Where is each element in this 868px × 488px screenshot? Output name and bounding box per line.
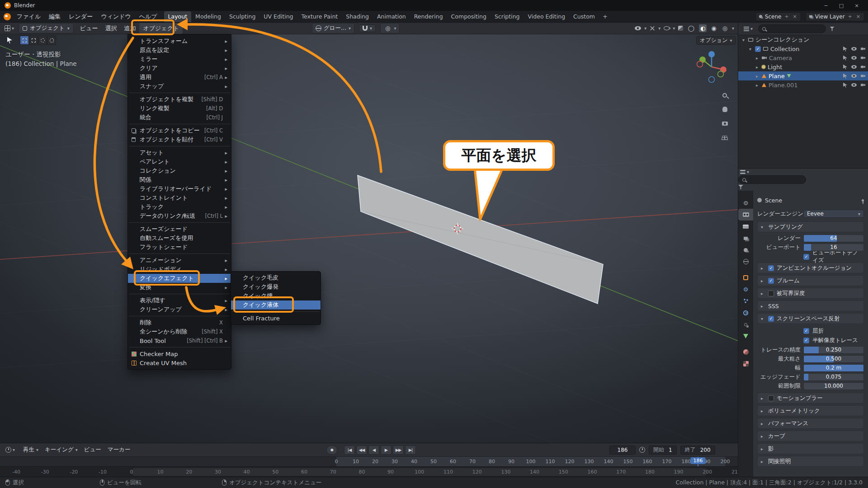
tab-material[interactable] xyxy=(738,346,753,358)
delete-scene-button[interactable]: × xyxy=(792,14,798,19)
axis-z-handle[interactable] xyxy=(708,51,715,57)
eye-icon[interactable] xyxy=(851,65,857,69)
3d-viewport[interactable]: ユーザー・透視投影 (186) Collection | Plane オプション… xyxy=(0,34,738,443)
outliner-search[interactable] xyxy=(758,24,826,33)
close-button[interactable]: × xyxy=(850,1,863,9)
properties-search[interactable] xyxy=(738,175,806,184)
new-scene-button[interactable]: + xyxy=(783,14,789,19)
plane-object[interactable] xyxy=(358,175,603,304)
object-menu-item-9[interactable]: 統合[Ctrl] J xyxy=(128,113,231,122)
timeline-ruler[interactable]: 0102030405060708090100110120130140150160… xyxy=(0,456,738,466)
viewport-menu-select[interactable]: 選択 xyxy=(101,23,120,34)
scene-selector[interactable]: Scene + × xyxy=(755,12,801,21)
outliner-search-input[interactable] xyxy=(768,26,822,32)
jump-end-button[interactable]: ▶| xyxy=(405,446,416,455)
workspace-tab-compositing[interactable]: Compositing xyxy=(447,11,491,22)
tab-scene[interactable] xyxy=(738,244,753,256)
menu-render[interactable]: レンダー xyxy=(65,11,97,22)
select-mode-box[interactable] xyxy=(29,36,38,45)
panel-bloom[interactable]: ▸✓ブルーム xyxy=(757,275,864,286)
quick-effects-item-3[interactable]: クイック液体 xyxy=(231,300,321,310)
camera-visibility-icon[interactable] xyxy=(861,84,865,87)
tab-object-data[interactable] xyxy=(738,330,753,342)
collection-checkbox[interactable]: ✓ xyxy=(755,46,761,52)
eye-icon[interactable] xyxy=(851,56,857,60)
ortho-toggle-button[interactable] xyxy=(721,133,729,141)
object-menu-item-27[interactable]: アニメーション▸ xyxy=(128,256,231,265)
outliner-row-camera[interactable]: ▸Camera xyxy=(738,53,868,62)
quick-effects-item-1[interactable]: クイック爆発 xyxy=(231,282,321,291)
axis-y-neg-handle[interactable] xyxy=(718,71,724,77)
menu-window[interactable]: ウィンドウ xyxy=(97,11,135,22)
blender-menu-icon[interactable] xyxy=(4,13,11,20)
panel-shadows[interactable]: ▸影 xyxy=(757,443,864,454)
object-menu-item-2[interactable]: ミラー▸ xyxy=(128,55,231,64)
object-menu-item-4[interactable]: 適用[Ctrl] A▸ xyxy=(128,73,231,82)
shading-wireframe-icon[interactable]: ◯ xyxy=(686,24,696,32)
tab-render[interactable] xyxy=(738,209,753,221)
play-reverse-button[interactable]: ◀ xyxy=(368,446,379,455)
workspace-tab-scripting[interactable]: Scripting xyxy=(491,11,524,22)
panel-depth-of-field[interactable]: ▸被写界深度 xyxy=(757,288,864,299)
select-mode-tweak[interactable] xyxy=(20,36,29,45)
remove-view-layer-button[interactable]: × xyxy=(855,14,861,19)
tab-view-layer[interactable] xyxy=(738,232,753,244)
object-menu-item-18[interactable]: ライブラリオーバーライド▸ xyxy=(128,184,231,193)
trace-precision-slider[interactable]: 0.250 xyxy=(803,346,864,354)
view-layer-selector[interactable]: View Layer + × xyxy=(806,12,864,21)
add-workspace-button[interactable]: + xyxy=(599,12,611,21)
object-menu-item-20[interactable]: トラック▸ xyxy=(128,202,231,211)
object-menu-item-1[interactable]: 原点を設定▸ xyxy=(128,46,231,55)
panel-sampling[interactable]: ▾ サンプリング xyxy=(757,221,864,232)
object-menu-item-24[interactable]: 自動スムーズを使用 xyxy=(128,234,231,243)
select-mode-circle[interactable] xyxy=(38,36,47,45)
camera-visibility-icon[interactable] xyxy=(861,56,865,60)
tab-particles[interactable] xyxy=(738,295,753,307)
object-menu-item-17[interactable]: 関係▸ xyxy=(128,175,231,184)
menu-file[interactable]: ファイル xyxy=(13,11,45,22)
selectable-icon[interactable] xyxy=(843,65,847,70)
half-res-checkbox[interactable]: ✓ xyxy=(803,338,809,343)
render-engine-select[interactable]: Eevee ▾ xyxy=(803,210,864,218)
selectable-icon[interactable] xyxy=(843,47,847,52)
collapse-icon[interactable]: ▾ xyxy=(741,38,746,42)
bloom-checkbox[interactable]: ✓ xyxy=(768,278,774,284)
minimize-button[interactable]: ─ xyxy=(819,1,833,9)
visibility-dropdown-icon[interactable] xyxy=(635,26,641,30)
object-menu-item-28[interactable]: リジッドボディ▸ xyxy=(128,265,231,274)
zoom-button[interactable] xyxy=(721,91,729,99)
panel-screen-space-reflections[interactable]: ▾ ✓ スクリーンスペース反射 xyxy=(757,313,864,324)
overlays-dropdown-icon[interactable] xyxy=(664,26,670,30)
tab-tool[interactable]: ⚙ xyxy=(738,197,753,209)
expand-icon[interactable]: ▸ xyxy=(755,65,760,70)
panel-volumetrics[interactable]: ▸ボリューメトリック xyxy=(757,405,864,416)
workspace-tab-modeling[interactable]: Modeling xyxy=(191,11,225,22)
selectable-icon[interactable] xyxy=(843,83,847,88)
object-menu-item-12[interactable]: オブジェクトを貼付[Ctrl] V xyxy=(128,135,231,144)
play-button[interactable]: ▶ xyxy=(381,446,392,455)
expand-icon[interactable]: ▸ xyxy=(755,83,760,88)
object-menu-item-36[interactable]: 全シーンから削除[Shift] X xyxy=(128,327,231,336)
eye-icon[interactable] xyxy=(851,47,857,51)
outliner-editor-button[interactable]: ▾ xyxy=(742,25,755,32)
new-view-layer-button[interactable]: + xyxy=(847,14,853,19)
motion-blur-checkbox[interactable] xyxy=(768,395,774,401)
object-menu-item-33[interactable]: クリーンアップ▸ xyxy=(128,305,231,314)
panel-motion-blur[interactable]: ▸モーションブラー xyxy=(757,393,864,404)
viewport-menu-view[interactable]: ビュー xyxy=(76,23,102,34)
outliner-row-collection[interactable]: ▾✓Collection xyxy=(738,44,868,53)
workspace-tab-layout[interactable]: Layout xyxy=(164,11,192,22)
timeline-scroll-ruler[interactable]: -40-30-20-100102030405060708090100110120… xyxy=(0,466,738,477)
object-menu-item-16[interactable]: コレクション▸ xyxy=(128,166,231,175)
object-menu-item-21[interactable]: データのリンク/転送[Ctrl] L▸ xyxy=(128,211,231,221)
object-menu-item-39[interactable]: Checker Map xyxy=(128,349,231,358)
ssr-checkbox[interactable]: ✓ xyxy=(768,316,774,322)
timeline-editor-button[interactable]: ▾ xyxy=(4,446,17,454)
current-frame-field[interactable]: 186 xyxy=(609,446,636,455)
object-menu-item-15[interactable]: ペアレント▸ xyxy=(128,157,231,166)
object-menu-item-29[interactable]: クイックエフェクト▸ xyxy=(128,274,231,283)
options-dropdown[interactable]: オプション ▾ xyxy=(696,36,736,45)
properties-editor-button[interactable]: ▾ xyxy=(738,169,868,175)
mode-select[interactable]: オブジェクト ▾ xyxy=(19,23,74,33)
panel-ambient-occlusion[interactable]: ▸✓アンビエントオクルージョン xyxy=(757,263,864,273)
